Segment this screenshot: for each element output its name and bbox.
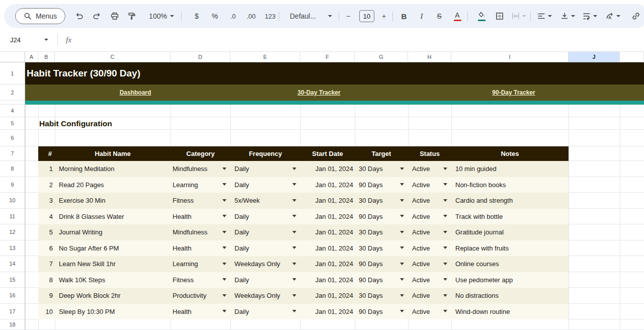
dropdown-arrow-icon[interactable] [222,231,226,233]
cell-start[interactable]: Jan 01, 2024 [300,177,355,193]
dropdown-arrow-icon[interactable] [222,246,226,249]
cell-notes[interactable]: Online courses [451,256,569,272]
row-header-5[interactable]: 5 [0,117,25,130]
column-header-D[interactable]: D [171,52,230,62]
cell-frequency[interactable]: Daily [230,209,300,225]
cell-category[interactable]: Health [171,209,230,225]
cell-start[interactable]: Jan 01, 2024 [300,288,355,304]
cell-frequency[interactable]: Daily [230,177,300,193]
dropdown-arrow-icon[interactable] [222,278,226,281]
cell-category[interactable]: Mindfulness [171,224,230,240]
paint-format-button[interactable] [124,9,139,24]
cell-name[interactable]: Morning Meditation [55,161,171,177]
cell-status[interactable]: Active [408,224,451,240]
vertical-align-button[interactable] [556,9,579,24]
italic-button[interactable]: I [414,9,429,24]
column-header-F[interactable]: F [300,52,355,62]
dropdown-arrow-icon[interactable] [400,183,404,186]
dropdown-arrow-icon[interactable] [400,168,404,170]
text-wrap-button[interactable] [579,9,601,24]
cell-start[interactable]: Jan 01, 2024 [300,224,355,240]
column-header-C[interactable]: C [55,52,171,62]
row-header-18[interactable]: 18 [0,319,25,330]
cell-category[interactable]: Learning [171,177,230,193]
cell-status[interactable]: Active [408,256,451,272]
cell-target[interactable]: 30 Days [355,288,408,304]
cell-notes[interactable]: Track with bottle [451,209,569,225]
column-header-E[interactable]: E [230,52,300,62]
column-header-H[interactable]: H [408,52,451,62]
cell-target[interactable]: 30 Days [355,224,408,240]
row-header-12[interactable]: 12 [0,224,25,240]
cell-status[interactable]: Active [408,272,451,288]
currency-format-button[interactable]: $ [189,9,204,24]
row-header-8[interactable]: 8 [0,161,25,177]
cell-num[interactable]: 9 [38,288,55,304]
dropdown-arrow-icon[interactable] [400,215,404,217]
decrease-font-size-button[interactable]: − [341,9,356,24]
cell-num[interactable]: 5 [38,224,55,240]
cell-status[interactable]: Active [408,288,451,304]
dropdown-arrow-icon[interactable] [443,168,447,170]
column-header-B[interactable]: B [38,52,55,62]
cell-category[interactable]: Fitness [171,272,230,288]
increase-decimal-button[interactable]: .00 [244,9,259,24]
cell-target[interactable]: 90 Days [355,304,408,320]
font-size-input[interactable]: 10 [359,10,374,22]
cell-notes[interactable]: Wind-down routine [451,304,569,320]
strikethrough-button[interactable]: S [432,9,447,24]
column-header-I[interactable]: I [451,52,569,62]
nav-link-30-day-tracker[interactable]: 30-Day Tracker [297,85,340,101]
cell-category[interactable]: Mindfulness [171,161,230,177]
cell-status[interactable]: Active [408,193,451,209]
cell-category[interactable]: Fitness [171,193,230,209]
cell-frequency[interactable]: Weekdays Only [230,288,300,304]
cell-start[interactable]: Jan 01, 2024 [300,304,355,320]
cell-frequency[interactable]: 5x/Week [230,193,300,209]
dropdown-arrow-icon[interactable] [443,199,447,202]
cell-num[interactable]: 10 [38,304,55,320]
dropdown-arrow-icon[interactable] [400,246,404,249]
row-header-16[interactable]: 16 [0,288,25,304]
row-header-11[interactable]: 11 [0,209,25,225]
dropdown-arrow-icon[interactable] [443,183,447,186]
dropdown-arrow-icon[interactable] [222,215,226,217]
cell-start[interactable]: Jan 01, 2024 [300,209,355,225]
borders-button[interactable] [492,9,507,24]
cell-category[interactable]: Health [171,240,230,257]
cell-notes[interactable]: Replace with fruits [451,240,569,257]
cell-category[interactable]: Learning [171,256,230,272]
more-formats-button[interactable]: 123 [262,9,279,24]
dropdown-arrow-icon[interactable] [400,294,404,297]
cell-start[interactable]: Jan 01, 2024 [300,272,355,288]
cell-name[interactable]: Read 20 Pages [55,177,171,193]
dropdown-arrow-icon[interactable] [400,310,404,312]
cell-name[interactable]: Drink 8 Glasses Water [55,209,171,225]
cell-num[interactable]: 4 [38,209,55,225]
column-header-J[interactable]: J [569,52,620,62]
row-header-2[interactable]: 2 [0,85,25,101]
row-header-14[interactable]: 14 [0,256,25,272]
fill-color-button[interactable] [473,9,490,24]
cell-name[interactable]: Deep Work Block 2hr [55,288,171,304]
dropdown-arrow-icon[interactable] [222,168,226,170]
print-button[interactable] [107,9,122,24]
nav-link-90-day-tracker[interactable]: 90-Day Tracker [492,85,535,101]
cell-notes[interactable]: Cardio and strength [451,193,569,209]
dropdown-arrow-icon[interactable] [443,246,447,249]
undo-button[interactable] [72,9,87,24]
cell-reference-box[interactable]: J24 [7,36,51,44]
cell-num[interactable]: 8 [38,272,55,288]
dropdown-arrow-icon[interactable] [443,310,447,312]
cell-status[interactable]: Active [408,304,451,320]
row-header-1[interactable]: 1 [0,62,25,85]
row-header-13[interactable]: 13 [0,240,25,257]
increase-font-size-button[interactable]: + [376,9,391,24]
cell-frequency[interactable]: Daily [230,224,300,240]
column-header-A[interactable]: A [25,52,38,62]
dropdown-arrow-icon[interactable] [292,246,296,249]
cell-num[interactable]: 7 [38,256,55,272]
cell-frequency[interactable]: Daily [230,272,300,288]
zoom-select[interactable]: 100% [143,9,180,24]
cell-frequency[interactable]: Daily [230,304,300,320]
